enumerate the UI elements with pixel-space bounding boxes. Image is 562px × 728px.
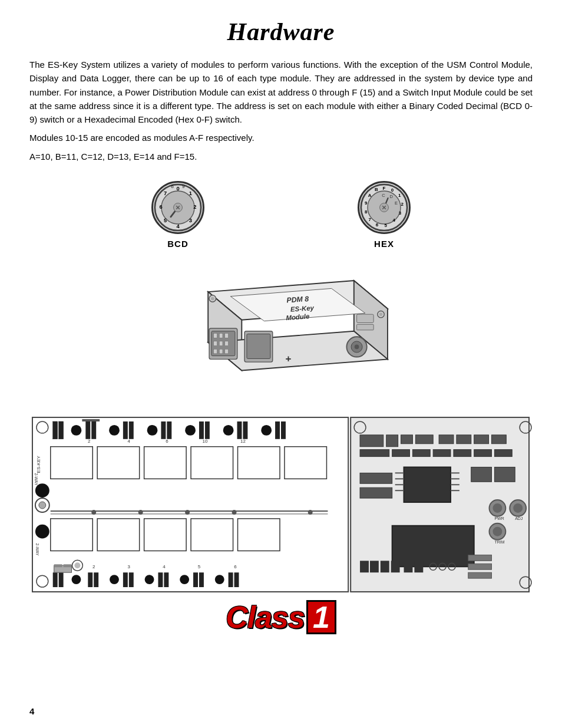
svg-rect-165 xyxy=(392,449,410,456)
svg-rect-82 xyxy=(129,421,134,439)
svg-rect-156 xyxy=(360,435,384,447)
svg-rect-146 xyxy=(234,572,239,587)
svg-rect-191 xyxy=(360,473,392,483)
svg-text:ES-KEY: ES-KEY xyxy=(36,455,41,473)
svg-rect-193 xyxy=(392,526,474,567)
svg-point-152 xyxy=(74,562,80,568)
svg-rect-77 xyxy=(91,421,96,439)
svg-point-114 xyxy=(185,510,190,515)
svg-rect-168 xyxy=(454,449,471,456)
svg-rect-150 xyxy=(64,564,72,567)
svg-text:2-WAY: 2-WAY xyxy=(35,543,39,556)
svg-point-100 xyxy=(35,483,49,498)
svg-rect-86 xyxy=(167,421,171,439)
svg-rect-55 xyxy=(214,349,217,354)
svg-text:6: 6 xyxy=(234,564,237,569)
svg-rect-134 xyxy=(129,572,134,587)
svg-point-112 xyxy=(91,510,96,515)
svg-point-67 xyxy=(379,312,383,316)
svg-rect-161 xyxy=(457,435,471,444)
svg-point-109 xyxy=(39,502,46,509)
svg-text:2: 2 xyxy=(92,564,95,569)
page-number: 4 xyxy=(29,706,34,716)
svg-text:5: 5 xyxy=(164,218,167,223)
svg-rect-164 xyxy=(360,449,389,456)
svg-rect-163 xyxy=(491,435,506,444)
svg-rect-137 xyxy=(158,572,163,587)
svg-point-75 xyxy=(71,425,82,436)
svg-point-136 xyxy=(145,575,154,584)
svg-rect-198 xyxy=(404,561,413,572)
svg-rect-199 xyxy=(414,561,423,572)
svg-rect-166 xyxy=(412,449,430,456)
module-box: PDM 8 ES-Key Module xyxy=(163,261,399,396)
svg-text:0: 0 xyxy=(391,187,394,193)
svg-text:PDM 8: PDM 8 xyxy=(286,295,309,305)
svg-rect-81 xyxy=(123,421,128,439)
svg-rect-130 xyxy=(94,572,98,587)
svg-text:2: 2 xyxy=(401,202,404,207)
svg-rect-204 xyxy=(468,564,492,569)
svg-text:C: C xyxy=(382,193,385,198)
svg-rect-125 xyxy=(53,572,58,587)
svg-rect-162 xyxy=(474,435,489,444)
svg-text:3: 3 xyxy=(399,210,402,216)
svg-text:6: 6 xyxy=(166,438,168,443)
svg-rect-167 xyxy=(433,449,451,456)
svg-point-189 xyxy=(492,526,502,536)
svg-text:5: 5 xyxy=(198,564,201,569)
svg-rect-145 xyxy=(229,572,233,587)
switches-container: 0 1 2 3 4 5 6 7 8 9 xyxy=(29,181,533,249)
svg-text:9: 9 xyxy=(182,183,185,189)
svg-text:E: E xyxy=(395,200,398,206)
svg-rect-203 xyxy=(468,555,492,561)
svg-rect-69 xyxy=(357,324,374,330)
svg-text:+: + xyxy=(286,353,292,364)
module-illustration: PDM 8 ES-Key Module xyxy=(29,261,533,396)
svg-point-80 xyxy=(109,425,120,436)
svg-rect-93 xyxy=(237,421,242,439)
svg-rect-51 xyxy=(225,333,229,338)
svg-rect-126 xyxy=(59,572,64,587)
svg-rect-195 xyxy=(370,561,379,572)
svg-point-123 xyxy=(35,525,49,539)
bcd-label: BCD xyxy=(167,239,189,249)
svg-text:5: 5 xyxy=(385,222,388,228)
svg-text:3: 3 xyxy=(128,564,131,569)
hex-switch-circle: F 0 1 2 3 4 5 6 7 8 9 A B C D E xyxy=(358,181,411,234)
svg-rect-76 xyxy=(85,421,90,439)
svg-point-183 xyxy=(492,503,502,513)
svg-rect-118 xyxy=(97,519,139,551)
svg-text:2: 2 xyxy=(88,438,91,443)
svg-rect-90 xyxy=(205,421,210,439)
pcb-diagram: 2 4 6 10 12 xyxy=(29,414,533,597)
svg-rect-160 xyxy=(439,435,454,444)
svg-text:8: 8 xyxy=(171,183,174,189)
svg-rect-78 xyxy=(82,419,100,421)
svg-rect-50 xyxy=(219,333,223,338)
svg-point-115 xyxy=(232,510,237,515)
svg-text:0: 0 xyxy=(176,186,179,192)
svg-rect-197 xyxy=(391,561,400,572)
bcd-switch-circle: 0 1 2 3 4 5 6 7 8 9 xyxy=(151,181,204,234)
body-paragraph-2: Modules 10-15 are encoded as modules A-F… xyxy=(29,131,533,144)
svg-text:8: 8 xyxy=(365,209,368,215)
svg-point-113 xyxy=(138,510,143,515)
svg-point-65 xyxy=(211,297,214,300)
svg-text:7: 7 xyxy=(164,190,167,196)
svg-rect-49 xyxy=(214,333,217,338)
svg-rect-196 xyxy=(381,561,389,572)
body-paragraph-3: A=10, B=11, C=12, D=13, E=14 and F=15. xyxy=(29,150,533,163)
svg-rect-129 xyxy=(88,572,92,587)
svg-rect-158 xyxy=(401,435,413,444)
svg-rect-133 xyxy=(123,572,128,587)
svg-text:4: 4 xyxy=(163,564,166,569)
svg-text:2: 2 xyxy=(193,204,196,210)
svg-rect-171 xyxy=(404,467,451,502)
svg-point-116 xyxy=(308,510,313,515)
svg-rect-85 xyxy=(161,421,166,439)
class1-logo-area: Class 1 xyxy=(29,599,533,635)
svg-rect-170 xyxy=(494,449,512,456)
hex-switch: F 0 1 2 3 4 5 6 7 8 9 A B C D E xyxy=(358,181,411,249)
svg-text:PWR: PWR xyxy=(494,516,504,521)
